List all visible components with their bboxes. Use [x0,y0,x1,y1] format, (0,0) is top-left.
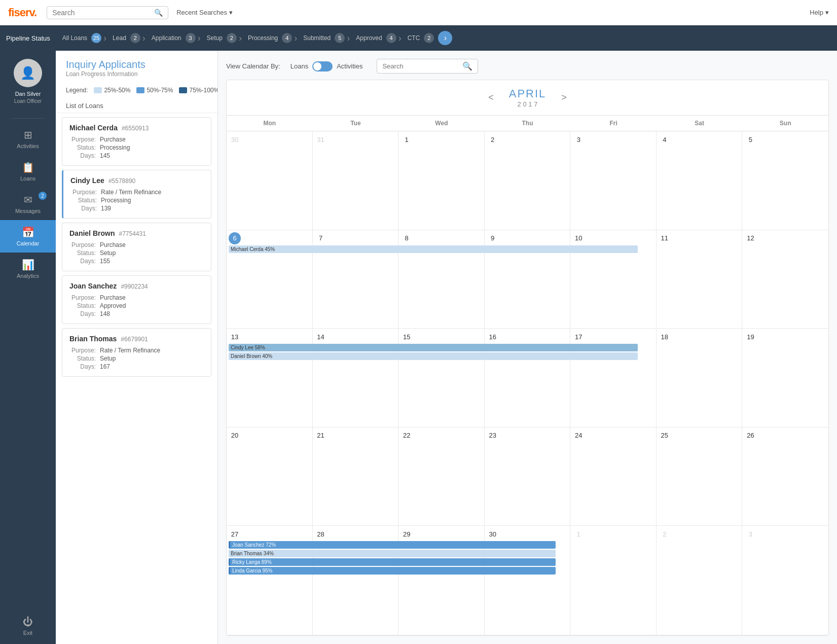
days-label: Days: [69,310,96,317]
help-button[interactable]: Help ▾ [810,9,829,16]
pipeline-tab-setup[interactable]: Setup2 [203,32,237,44]
calendar-cell[interactable]: 21 [313,427,399,526]
search-input[interactable] [52,9,152,17]
calendar-cell[interactable]: 30 [227,131,313,230]
loan-card[interactable]: Daniel Brown #7754431 Purpose: Purchase … [62,223,211,271]
calendar-date: 14 [315,331,327,343]
next-month-button[interactable]: > [556,92,572,103]
calendar-cell[interactable]: 2 [485,131,571,230]
calendar-cell[interactable]: 18 [657,329,743,427]
calendar-date: 26 [744,430,756,442]
sidebar-item-label: Calendar [17,240,40,246]
calendar-date: 15 [401,331,413,343]
calendar-date: 16 [487,331,499,343]
days-label: Days: [70,205,97,212]
purpose-value: Rate / Term Refinance [100,347,204,354]
calendar-cell[interactable]: 7 [313,230,399,329]
recent-searches-button[interactable]: Recent Searches ▾ [176,9,233,16]
pipeline-tab-application[interactable]: Application3 [148,32,196,44]
day-header-tue: Tue [313,116,399,131]
sidebar-item-activities[interactable]: ⊞ Activities [0,123,56,155]
calendar-event[interactable]: Daniel Brown 40% [229,352,638,360]
calendar-date: 2 [659,528,671,540]
loan-name: Cindy Lee [70,176,104,185]
loan-name: Daniel Brown [69,229,115,237]
calendar-cell[interactable]: 19 [742,329,828,427]
calendar-cell[interactable]: 1 [570,526,657,635]
sidebar-item-messages[interactable]: ✉ Messages 2 [0,188,56,220]
calendar-cell[interactable]: 27Joan Sanchez 72%Brian Thomas 34%Ricky … [227,526,313,635]
calendar-cell[interactable]: 3 [570,131,657,230]
status-label: Status: [69,249,96,257]
pipeline-tab-approved[interactable]: Approved4 [352,32,396,44]
calendar-cell[interactable]: 2 [657,526,743,635]
search-bar[interactable]: 🔍 [47,6,168,19]
calendar-search[interactable]: 🔍 [377,59,478,74]
calendar-cell[interactable]: 31 [313,131,399,230]
loan-card[interactable]: Cindy Lee #5578890 Purpose: Rate / Term … [62,170,211,219]
loans-header: List of Loans [56,99,217,113]
calendar-date: 20 [229,430,241,442]
calendar-event[interactable]: Joan Sanchez 72% [229,541,556,549]
calendar-cell[interactable]: 6Michael Cerda 45% [227,230,313,329]
loan-id: #6679901 [121,336,148,343]
chevron-icon: › [398,33,402,44]
calendar-cell[interactable]: 11 [657,230,743,329]
panel-title: Inquiry Applicants [66,59,207,70]
pipeline-tab-lead[interactable]: Lead2 [108,32,140,44]
loan-card[interactable]: Brian Thomas #6679901 Purpose: Rate / Te… [62,328,211,377]
pipeline-tab-all-loans[interactable]: All Loans25 [58,32,101,44]
calendar-cell[interactable]: 4 [657,131,743,230]
calendar-cell[interactable]: 25 [657,427,743,526]
calendar-icon: 📅 [22,226,34,238]
calendar-cell[interactable]: 23 [485,427,571,526]
calendar-cell[interactable]: 13Cindy Lee 58%Daniel Brown 40% [227,329,313,427]
loan-name: Brian Thomas [69,335,117,343]
loan-card[interactable]: Michael Cerda #6550913 Purpose: Purchase… [62,117,211,166]
calendar-event[interactable]: Cindy Lee 58% [229,344,638,351]
prev-month-button[interactable]: < [483,92,499,103]
calendar-cell[interactable]: 5 [742,131,828,230]
purpose-label: Purpose: [69,136,96,143]
calendar-cell[interactable]: 3 [742,526,828,635]
calendar-date: 1 [572,528,585,540]
loan-id: #5578890 [108,177,135,185]
calendar-cell[interactable]: 8 [398,230,485,329]
pipeline-tab-processing[interactable]: Processing4 [244,32,292,44]
calendar-event[interactable]: Michael Cerda 45% [229,245,638,253]
pipeline-tab-submitted[interactable]: Submitted5 [299,32,345,44]
exit-button[interactable]: ⏻ Exit [23,616,33,636]
calendar-cell[interactable]: 20 [227,427,313,526]
loan-id: #7754431 [119,230,145,237]
pipeline-next-arrow[interactable]: › [438,31,452,45]
legend-text-dark: 75%-100% [189,87,218,94]
day-header-fri: Fri [570,116,657,131]
days-value: 145 [100,152,204,159]
calendar-cell[interactable]: 24 [570,427,657,526]
calendar-cell[interactable]: 12 [742,230,828,329]
right-panel: View Calendar By: Loans Activities 🔍 < A… [218,51,837,644]
day-header-wed: Wed [398,116,485,131]
purpose-label: Purpose: [70,189,97,196]
calendar-event[interactable]: Ricky Langa 89% [229,558,556,566]
calendar-date: 5 [744,133,756,146]
calendar-search-input[interactable] [382,62,462,70]
calendar-event[interactable]: Linda Garcia 95% [229,567,556,575]
sidebar-item-analytics[interactable]: 📊 Analytics [0,253,56,285]
sidebar-item-loans[interactable]: 📋 Loans [0,155,56,188]
chevron-icon: › [198,33,201,44]
calendar-cell[interactable]: 9 [485,230,571,329]
calendar-event[interactable]: Brian Thomas 34% [229,550,556,557]
loan-card[interactable]: Joan Sanchez #9902234 Purpose: Purchase … [62,275,211,324]
pipeline-tab-ctc[interactable]: CTC2 [404,32,434,44]
calendar-date: 28 [315,528,327,540]
calendar-date: 21 [315,430,327,442]
calendar-cell[interactable]: 10 [570,230,657,329]
loans-icon: 📋 [22,161,34,173]
calendar-cell[interactable]: 26 [742,427,828,526]
calendar-date: 2 [487,133,499,146]
calendar-cell[interactable]: 1 [398,131,485,230]
calendar-cell[interactable]: 22 [398,427,485,526]
sidebar-item-calendar[interactable]: 📅 Calendar [0,220,56,253]
view-toggle[interactable] [312,61,333,71]
